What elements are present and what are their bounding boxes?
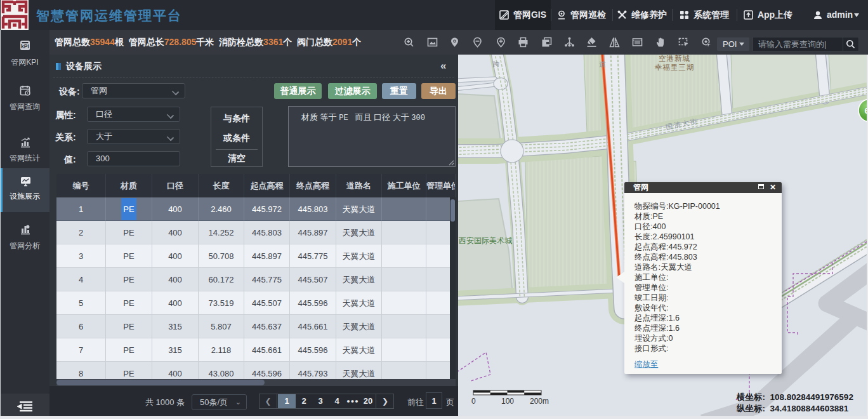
svg-text:跨: 跨	[492, 60, 499, 68]
svg-text:道: 道	[599, 60, 606, 68]
svg-text:空港新城: 空港新城	[659, 55, 690, 62]
svg-text:100: 100	[501, 397, 514, 406]
svg-text:幸福里三期: 幸福里三期	[655, 63, 695, 71]
svg-text:200m: 200m	[530, 397, 549, 406]
svg-text:0: 0	[471, 397, 476, 406]
svg-text:西安国际美术城: 西安国际美术城	[459, 236, 512, 245]
svg-text:kPI: kPI	[21, 43, 29, 50]
